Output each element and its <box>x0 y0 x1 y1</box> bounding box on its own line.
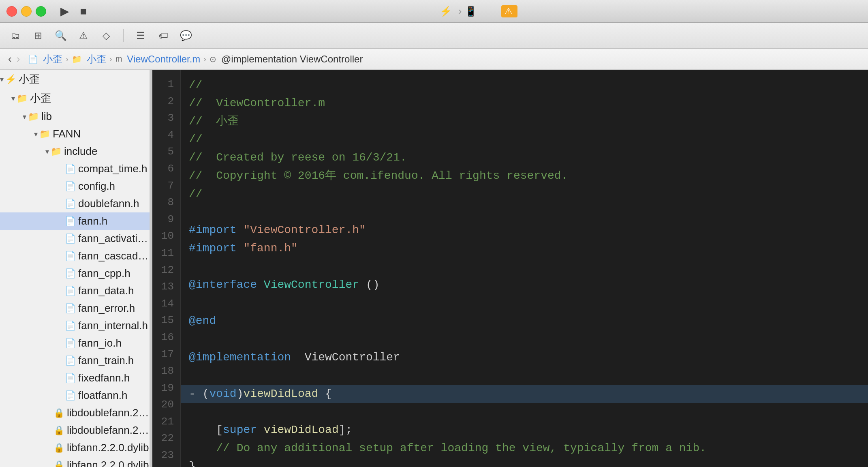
sidebar-item-fixedfann_h[interactable]: 📄fixedfann.h <box>0 369 150 387</box>
sidebar-item-label: 小歪 <box>19 72 40 86</box>
folder-blue-icon: 📁 <box>39 129 50 139</box>
sidebar-item-label: libfann.2.2.0.dylib <box>67 441 149 454</box>
maximize-button[interactable] <box>36 6 46 17</box>
sidebar-item-fann_io_h[interactable]: 📄fann_io.h <box>0 334 150 352</box>
line-numbers: 1234567891011121314151617181920212223242… <box>152 70 181 467</box>
warning-icon[interactable]: ⚠ <box>76 28 91 43</box>
line-number: 15 <box>160 312 174 329</box>
title-bar: ▶ ■ ⚡ › 📱 ⚠ <box>0 0 868 23</box>
line-number: 4 <box>160 127 174 144</box>
sidebar-item-fann_internal_h[interactable]: 📄fann_internal.h <box>0 317 150 334</box>
line-number: 12 <box>160 262 174 279</box>
file-icon: 📄 <box>65 286 76 296</box>
line-number: 10 <box>160 228 174 245</box>
toolbar: 🗂 ⊞ 🔍 ⚠ ◇ ☰ 🏷 💬 <box>0 23 868 49</box>
sidebar-item-label: floatfann.h <box>78 389 127 402</box>
line-number: 13 <box>160 278 174 296</box>
sidebar-item-label: doublefann.h <box>78 197 139 210</box>
sidebar-item-fann_activation_h[interactable]: 📄fann_activation.h <box>0 230 150 247</box>
line-number: 6 <box>160 161 174 178</box>
minimize-button[interactable] <box>21 6 32 17</box>
stop-button[interactable]: ■ <box>76 4 91 19</box>
dylib-icon: 🔒 <box>53 408 64 418</box>
expand-triangle[interactable]: ▾ <box>23 112 26 121</box>
window-title: ⚡ › 📱 ⚠ <box>96 5 862 17</box>
line-number: 23 <box>160 447 174 464</box>
sidebar-item-label: libfann.2.2.0.dylib <box>67 459 149 467</box>
sidebar-item-fann_error_h[interactable]: 📄fann_error.h <box>0 300 150 317</box>
chat-icon[interactable]: 💬 <box>179 28 193 43</box>
expand-triangle[interactable]: ▾ <box>11 94 15 103</box>
sidebar-item-floatfann_h[interactable]: 📄floatfann.h <box>0 387 150 404</box>
breadcrumb-file[interactable]: ViewController.m <box>127 54 200 65</box>
sidebar-item-doublefann_h[interactable]: 📄doublefann.h <box>0 195 150 212</box>
sidebar-item-include[interactable]: ▾📁include <box>0 143 150 160</box>
file-icon: 📄 <box>65 199 76 209</box>
dylib-icon: 🔒 <box>53 460 64 467</box>
breadcrumb-group[interactable]: 小歪 <box>87 53 106 66</box>
sidebar-item-libdoublefann_2_2_0_dylib[interactable]: 🔒libdoublefann.2.2.0.dylib <box>0 422 150 439</box>
sidebar-item-label: libdoublefann.2.2.0.dylib <box>67 424 150 437</box>
project-icon: ⚡ <box>5 74 16 85</box>
folder-icon[interactable]: 🗂 <box>8 28 23 43</box>
sidebar-item-label: fann_cpp.h <box>78 267 130 280</box>
breadcrumb-nav-forward[interactable]: › <box>17 53 20 65</box>
folder-blue-icon: 📁 <box>17 93 28 104</box>
sidebar-item-label: fann_io.h <box>78 337 122 349</box>
diamond-icon[interactable]: ◇ <box>99 28 113 43</box>
line-number: 19 <box>160 380 174 397</box>
sidebar-item-lib[interactable]: ▾📁lib <box>0 108 150 125</box>
sidebar-item-小歪[interactable]: ▾⚡小歪 <box>0 70 150 89</box>
main-layout: ▾⚡小歪▾📁小歪▾📁lib▾📁FANN▾📁include📄compat_time… <box>0 70 868 467</box>
line-number: 14 <box>160 296 174 313</box>
file-icon: 📄 <box>65 390 76 401</box>
expand-triangle[interactable]: ▾ <box>34 130 38 139</box>
grid-icon[interactable]: ⊞ <box>31 28 45 43</box>
line-number: 1 <box>160 76 174 93</box>
file-icon: 📄 <box>65 234 76 244</box>
sidebar-item-label: libdoublefann.2.2.0.dylib <box>67 407 150 419</box>
sidebar-item-label: fann.h <box>78 215 107 227</box>
line-number: 11 <box>160 245 174 262</box>
dylib-icon: 🔒 <box>53 443 64 453</box>
sidebar-item-fann_cascade_h[interactable]: 📄fann_cascade.h <box>0 247 150 265</box>
dylib-icon: 🔒 <box>53 425 64 436</box>
sidebar-item-label: compat_time.h <box>78 163 148 175</box>
breadcrumb-project[interactable]: 小歪 <box>43 53 62 66</box>
sidebar-item-compat_time_h[interactable]: 📄compat_time.h <box>0 160 150 178</box>
traffic-lights <box>6 6 46 17</box>
breadcrumb-nav-back[interactable]: ‹ <box>8 53 12 65</box>
line-number: 24 <box>160 464 174 467</box>
sidebar-item-小歪[interactable]: ▾📁小歪 <box>0 89 150 108</box>
expand-triangle[interactable]: ▾ <box>0 75 4 84</box>
line-number: 5 <box>160 144 174 161</box>
sidebar-item-fann_data_h[interactable]: 📄fann_data.h <box>0 282 150 300</box>
sidebar-item-config_h[interactable]: 📄config.h <box>0 178 150 195</box>
sidebar-item-label: fann_error.h <box>78 302 135 315</box>
sidebar-item-label: include <box>64 145 97 158</box>
sidebar-item-libdoublefann_2_2_0_dylib[interactable]: 🔒libdoublefann.2.2.0.dylib <box>0 404 150 422</box>
sidebar-item-fann_cpp_h[interactable]: 📄fann_cpp.h <box>0 265 150 282</box>
code-editor[interactable]: 1234567891011121314151617181920212223242… <box>152 70 868 467</box>
bc-icon-folder: 📁 <box>72 54 82 64</box>
sidebar-item-fann_h[interactable]: 📄fann.h <box>0 212 150 230</box>
sidebar-item-FANN[interactable]: ▾📁FANN <box>0 125 150 143</box>
sidebar-item-label: fann_internal.h <box>78 319 148 332</box>
sidebar-item-fann_train_h[interactable]: 📄fann_train.h <box>0 352 150 369</box>
sidebar-item-label: fann_cascade.h <box>78 250 150 262</box>
sidebar-item-libfann_2_2_0_dylib[interactable]: 🔒libfann.2.2.0.dylib <box>0 456 150 467</box>
line-number: 3 <box>160 110 174 127</box>
file-icon: 📄 <box>65 303 76 314</box>
line-number: 7 <box>160 178 174 195</box>
code-content[interactable]: // // ViewController.m // 小歪 // // Creat… <box>181 70 868 467</box>
list-icon[interactable]: ☰ <box>133 28 148 43</box>
tag-icon[interactable]: 🏷 <box>156 28 171 43</box>
search-icon[interactable]: 🔍 <box>53 28 68 43</box>
expand-triangle[interactable]: ▾ <box>45 147 49 156</box>
close-button[interactable] <box>6 6 17 17</box>
file-icon: 📄 <box>65 356 76 366</box>
warning-badge: ⚠ <box>501 5 517 17</box>
run-button[interactable]: ▶ <box>58 4 72 19</box>
sidebar-item-libfann_2_2_0_dylib[interactable]: 🔒libfann.2.2.0.dylib <box>0 439 150 456</box>
file-icon: 📄 <box>65 251 76 261</box>
